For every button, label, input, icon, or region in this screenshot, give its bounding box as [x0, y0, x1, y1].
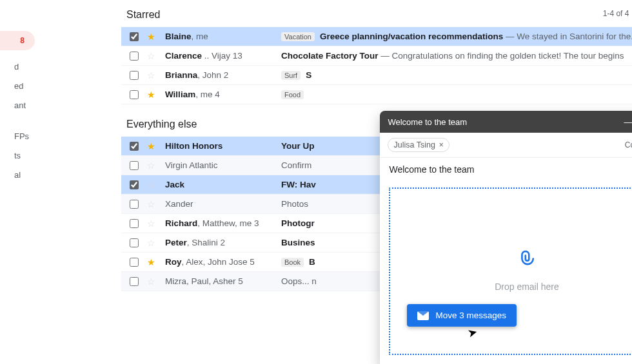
row-checkbox[interactable]: [121, 32, 147, 41]
row-checkbox[interactable]: [121, 161, 147, 170]
starred-list: ★Blaine, meVacationGreece planning/vacat…: [121, 27, 632, 104]
star-icon[interactable]: ☆: [147, 70, 165, 81]
sender: Richard, Matthew, me 3: [165, 218, 281, 228]
row-checkbox[interactable]: [121, 90, 147, 99]
email-row[interactable]: ★William, me 4Food: [121, 85, 632, 104]
row-checkbox[interactable]: [121, 238, 147, 247]
paging-text: 1-4 of 4: [603, 9, 629, 18]
star-icon[interactable]: ★: [147, 141, 165, 151]
remove-chip-icon[interactable]: ×: [439, 140, 444, 149]
subject: VacationGreece planning/vacation recomme…: [281, 32, 632, 41]
sender: Brianna, John 2: [165, 70, 281, 80]
star-icon[interactable]: ☆: [147, 218, 165, 229]
sidebar-item[interactable]: FPs: [0, 126, 37, 146]
row-checkbox[interactable]: [121, 200, 147, 209]
star-icon[interactable]: ☆: [147, 199, 165, 209]
compose-titlebar[interactable]: Welcome to the team — ⛶ ✕: [380, 111, 632, 133]
row-checkbox[interactable]: [121, 180, 147, 189]
sender: Peter, Shalini 2: [165, 238, 281, 247]
row-checkbox[interactable]: [121, 71, 147, 80]
recipient-name: Julisa Tsing: [393, 140, 435, 149]
sender: Clarence .. Vijay 13: [165, 51, 281, 61]
row-checkbox[interactable]: [121, 52, 147, 61]
email-row[interactable]: ☆Clarence .. Vijay 13Chocolate Factory T…: [121, 46, 632, 66]
sidebar-spacer: [0, 115, 37, 126]
sender: Hilton Honors: [165, 141, 281, 151]
sender: Virgin Atlantic: [165, 160, 281, 170]
sender: Mizra, Paul, Asher 5: [165, 276, 281, 286]
envelope-icon: [417, 311, 429, 320]
compose-recipients[interactable]: Julisa Tsing × Cc Bcc: [380, 133, 632, 158]
sender: Xander: [165, 199, 281, 209]
recipient-chip[interactable]: Julisa Tsing ×: [388, 138, 449, 152]
subject: Chocolate Factory Tour — Congratulations…: [281, 51, 632, 61]
sender: Roy, Alex, John Jose 5: [165, 257, 281, 267]
paging-indicator: 1-4 of 4 ⌃ ⋮: [603, 6, 632, 21]
sender: Blaine, me: [165, 32, 281, 41]
category-label[interactable]: Food: [281, 90, 304, 99]
cc-button[interactable]: Cc: [625, 140, 632, 149]
sender: Jack: [165, 180, 281, 189]
row-checkbox[interactable]: [121, 219, 147, 228]
sidebar-item[interactable]: ts: [0, 146, 37, 165]
category-label[interactable]: Vacation: [281, 32, 315, 41]
sidebar-highlighted-item[interactable]: 8: [0, 31, 35, 50]
star-icon[interactable]: ★: [147, 257, 165, 267]
star-icon[interactable]: ★: [147, 90, 165, 100]
attachment-icon: [518, 251, 535, 271]
drop-hint: Drop email here: [495, 282, 559, 292]
sidebar-item[interactable]: al: [0, 165, 37, 184]
row-checkbox[interactable]: [121, 277, 147, 286]
sidebar-item[interactable]: ed: [0, 76, 37, 95]
star-icon[interactable]: ☆: [147, 51, 165, 61]
category-label[interactable]: Surf: [281, 71, 301, 80]
sidebar-item[interactable]: d: [0, 57, 37, 76]
move-messages-tooltip: Move 3 messages: [407, 304, 517, 327]
email-row[interactable]: ☆Brianna, John 2SurfS: [121, 66, 632, 85]
sidebar-count-badge: 8: [20, 36, 25, 45]
email-row[interactable]: ★Blaine, meVacationGreece planning/vacat…: [121, 27, 632, 46]
star-icon[interactable]: ☆: [147, 180, 165, 190]
sidebar: 8 d ed ant FPs ts al: [0, 0, 37, 364]
row-checkbox[interactable]: [121, 142, 147, 151]
attachment-dropzone[interactable]: Drop email here Move 3 messages ➤: [389, 187, 632, 355]
main-content: Starred 1-4 of 4 ⌃ ⋮ ★Blaine, meVacation…: [37, 0, 632, 364]
sender: William, me 4: [165, 90, 281, 99]
star-icon[interactable]: ☆: [147, 238, 165, 248]
compose-subject[interactable]: Welcome to the team: [380, 158, 632, 181]
row-checkbox[interactable]: [121, 258, 147, 267]
subject: Food: [281, 90, 632, 99]
subject: SurfS: [281, 70, 632, 80]
minimize-icon[interactable]: —: [624, 117, 632, 127]
move-label: Move 3 messages: [435, 311, 506, 320]
star-icon[interactable]: ☆: [147, 160, 165, 171]
cursor-icon: ➤: [466, 324, 479, 340]
category-label[interactable]: Book: [281, 258, 304, 267]
star-icon[interactable]: ★: [147, 32, 165, 42]
compose-window: Welcome to the team — ⛶ ✕ Julisa Tsing ×…: [380, 111, 632, 364]
section-title-starred: Starred: [121, 0, 160, 27]
sidebar-item[interactable]: ant: [0, 95, 37, 115]
compose-title: Welcome to the team: [388, 117, 467, 127]
star-icon[interactable]: ☆: [147, 276, 165, 287]
